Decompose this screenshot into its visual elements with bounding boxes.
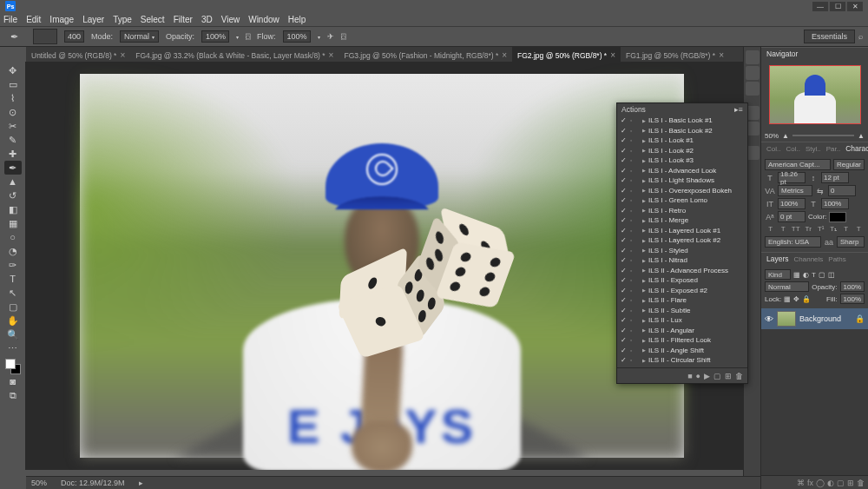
navigator-panel-header[interactable]: Navigator (761, 47, 868, 60)
antialiasing-select[interactable]: Sharp (837, 236, 865, 248)
close-tab-icon[interactable]: × (610, 50, 615, 60)
tool-preset-icon[interactable]: ✒ (5, 30, 23, 43)
action-item[interactable]: ✓▫▶ILS II - Flare (617, 295, 747, 306)
document-tab[interactable]: FG1.jpg @ 50% (RGB/8*) *× (621, 47, 729, 62)
actions-panel-header[interactable]: Actions ▸≡ (617, 103, 747, 116)
hscale-input[interactable]: 100% (821, 198, 849, 209)
tracking-input[interactable]: 0 (828, 185, 856, 196)
blend-mode-select[interactable]: Normal (765, 281, 809, 292)
stop-icon[interactable]: ■ (687, 372, 692, 380)
panel-tab[interactable]: Col.. (786, 145, 799, 153)
opacity-flyout-icon[interactable]: ▾ (236, 34, 239, 40)
layer-thumbnail[interactable] (777, 311, 796, 327)
type-style-button[interactable]: TT (790, 224, 802, 234)
pen-tool-icon[interactable]: ✑ (4, 258, 22, 272)
menu-image[interactable]: Image (49, 15, 74, 24)
close-tab-icon[interactable]: × (502, 50, 507, 60)
action-item[interactable]: ✓▫▶ILS I - Overexposed Bokeh (617, 186, 747, 196)
group-icon[interactable]: ▢ (837, 479, 845, 487)
delete-icon[interactable]: 🗑 (735, 372, 743, 380)
blur-tool-icon[interactable]: ○ (4, 230, 22, 244)
blend-mode-select[interactable]: Normal▾ (120, 30, 159, 43)
action-item[interactable]: ✓▫▶ILS II - Lux (617, 315, 747, 326)
menu-select[interactable]: Select (141, 15, 165, 24)
action-item[interactable]: ✓▫▶ILS I - Layered Look #1 (617, 226, 747, 236)
stamp-tool-icon[interactable]: ▲ (4, 175, 22, 188)
workspace-switcher[interactable]: Essentials (804, 30, 855, 43)
action-item[interactable]: ✓▫▶ILS II - Exposed #2 (617, 286, 747, 296)
baseline-input[interactable]: 0 pt (778, 211, 806, 222)
maximize-button[interactable]: ☐ (830, 2, 845, 11)
filter-pixel-icon[interactable]: ▦ (793, 271, 800, 279)
vscale-input[interactable]: 100% (778, 198, 806, 209)
close-tab-icon[interactable]: × (719, 50, 724, 60)
screen-mode-icon[interactable]: ⧉ (4, 388, 22, 402)
new-set-icon[interactable]: ▢ (713, 372, 721, 380)
path-tool-icon[interactable]: ↖ (4, 286, 22, 300)
close-button[interactable]: ✕ (847, 2, 863, 11)
action-item[interactable]: ✓▫▶ILS I - Look #2 (617, 146, 747, 156)
language-select[interactable]: English: USA (765, 236, 821, 248)
panel-tab[interactable]: Channels (794, 255, 824, 263)
eyedropper-tool-icon[interactable]: ✎ (4, 133, 22, 147)
panel-tab-active[interactable]: Character (845, 144, 868, 153)
gradient-tool-icon[interactable]: ▦ (4, 216, 22, 230)
visibility-icon[interactable]: 👁 (765, 314, 773, 324)
type-style-button[interactable]: T (765, 224, 777, 234)
type-tool-icon[interactable]: T (4, 272, 22, 286)
type-style-button[interactable]: T (840, 224, 852, 234)
color-swatches[interactable] (5, 359, 21, 374)
zoom-in-icon[interactable]: ▲ (858, 132, 865, 140)
hand-tool-icon[interactable]: ✋ (4, 314, 22, 327)
layer-opacity-input[interactable]: 100% (840, 281, 865, 292)
action-item[interactable]: ✓▫▶ILS I - Light Shadows (617, 175, 747, 186)
action-item[interactable]: ✓▫▶ILS I - Basic Look #1 (617, 116, 747, 126)
brush-size-input[interactable]: 400 (64, 30, 84, 43)
quick-select-tool-icon[interactable]: ⊙ (4, 105, 22, 119)
dodge-tool-icon[interactable]: ◔ (4, 244, 22, 258)
airbrush-icon[interactable]: ✈ (327, 32, 334, 41)
font-size-input[interactable]: 18.26 pt (778, 172, 806, 183)
menu-edit[interactable]: Edit (26, 15, 41, 24)
new-action-icon[interactable]: ⊞ (725, 372, 732, 380)
action-item[interactable]: ✓▫▶ILS II - Circular Shift (617, 355, 747, 366)
action-item[interactable]: ✓▫▶ILS I - Nitrad (617, 255, 747, 266)
zoom-tool-icon[interactable]: 🔍 (4, 327, 22, 341)
navigator-panel[interactable] (761, 60, 868, 129)
eraser-tool-icon[interactable]: ◧ (4, 202, 22, 216)
quick-mask-icon[interactable]: ◙ (4, 374, 22, 388)
close-tab-icon[interactable]: × (120, 50, 125, 60)
doc-info[interactable]: Doc: 12.9M/12.9M (61, 479, 125, 487)
document-tab[interactable]: FG3.jpg @ 50% (Fashion - Midnight, RGB/8… (339, 47, 512, 62)
layer-row[interactable]: 👁 Background 🔒 (761, 308, 868, 329)
link-layers-icon[interactable]: ⌘ (797, 479, 805, 487)
minimize-button[interactable]: — (812, 2, 828, 11)
action-item[interactable]: ✓▫▶ILS II - Exposed (617, 275, 747, 286)
layer-mask-icon[interactable]: ◯ (816, 479, 825, 487)
menu-type[interactable]: Type (113, 15, 132, 24)
menu-window[interactable]: Window (248, 15, 279, 24)
action-item[interactable]: ✓▫▶ILS I - Green Lomo (617, 195, 747, 206)
navigator-thumbnail[interactable] (769, 65, 861, 124)
search-icon[interactable]: ⌕ (858, 32, 863, 41)
menu-layer[interactable]: Layer (82, 15, 104, 24)
lasso-tool-icon[interactable]: ⌇ (4, 91, 22, 105)
document-tab[interactable]: FG4.jpg @ 33.2% (Black & White - Basic, … (130, 47, 339, 62)
action-item[interactable]: ✓▫▶ILS I - Look #1 (617, 135, 747, 146)
menu-view[interactable]: View (221, 15, 240, 24)
brush-tool-icon[interactable]: ✒ (4, 161, 22, 175)
layer-style-icon[interactable]: fx (807, 479, 813, 487)
filter-shape-icon[interactable]: ▢ (819, 271, 825, 279)
flow-flyout-icon[interactable]: ▾ (318, 34, 320, 40)
delete-layer-icon[interactable]: 🗑 (857, 479, 865, 487)
font-family-select[interactable]: American Capt... (765, 159, 831, 170)
crop-tool-icon[interactable]: ✂ (4, 119, 22, 133)
action-item[interactable]: ✓▫▶ILS I - Merge (617, 215, 747, 226)
history-brush-tool-icon[interactable]: ↺ (4, 188, 22, 202)
new-layer-icon[interactable]: ⊞ (847, 479, 854, 487)
filter-smart-icon[interactable]: ◫ (828, 271, 835, 279)
filter-type-icon[interactable]: T (812, 271, 816, 279)
panel-tab[interactable]: Col.. (766, 145, 780, 153)
kerning-select[interactable]: Metrics (778, 185, 812, 196)
action-item[interactable]: ✓▫▶ILS II - Subtle (617, 306, 747, 316)
